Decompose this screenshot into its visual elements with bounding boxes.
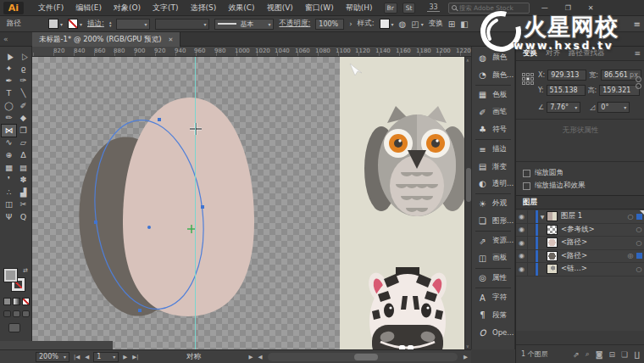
lock-column[interactable]	[527, 224, 536, 237]
next-artboard-icon[interactable]: ▶	[122, 354, 128, 360]
close-button[interactable]: ✕	[583, 4, 599, 12]
scroll-up-icon[interactable]: ∧	[466, 58, 469, 63]
align-objects-icon[interactable]: ◧	[460, 20, 468, 29]
visibility-eye-icon[interactable]: ◉	[516, 213, 527, 221]
opacity-field[interactable]: 100%	[315, 19, 344, 30]
dock-item-brushes[interactable]: ✐画笔	[472, 103, 514, 120]
none-button[interactable]	[22, 298, 30, 305]
recolor-artwork-icon[interactable]: ◍	[399, 20, 407, 29]
dock-item-opentype[interactable]: OOpe...	[472, 324, 514, 341]
dock-item-properties[interactable]: ◎属性	[472, 270, 514, 287]
menu-object[interactable]: 对象(O)	[108, 3, 147, 14]
layer-row[interactable]: ◉ <参考线> ○	[516, 224, 644, 237]
tab-pathfinder[interactable]: 路径查找器	[569, 48, 605, 59]
type-tool[interactable]: T	[2, 87, 16, 99]
menu-window[interactable]: 窗口(W)	[299, 3, 340, 14]
visibility-eye-icon[interactable]: ◉	[516, 226, 527, 233]
tab-close-icon[interactable]: ✕	[169, 36, 174, 43]
color-button[interactable]	[3, 298, 11, 305]
chevron-down-icon[interactable]: ▾	[624, 104, 626, 110]
visibility-eye-icon[interactable]: ◉	[516, 252, 527, 260]
layer-row[interactable]: ◉ <路径> ◎	[516, 250, 644, 264]
height-field[interactable]: 159.321	[599, 85, 640, 96]
scroll-down-icon[interactable]: ∨	[466, 343, 469, 349]
dock-item-gradient[interactable]: ▤渐变	[472, 158, 514, 175]
pencil-tool[interactable]: ✏	[2, 112, 16, 124]
dock-item-asset-export[interactable]: ⇗资源...	[472, 232, 514, 249]
prev-artboard-icon[interactable]: ◀	[84, 354, 90, 360]
layer-row[interactable]: ◉ <路径> ○	[516, 237, 644, 250]
style-dropdown[interactable]: ▾	[380, 19, 394, 29]
width-tool[interactable]: ∿	[2, 137, 16, 148]
shape-builder-tool[interactable]: ⊕	[2, 149, 16, 161]
dock-item-character[interactable]: A字符	[472, 289, 514, 306]
dock-item-artboards[interactable]: ◫画板	[472, 249, 514, 266]
stroke-none-swatch[interactable]	[68, 19, 78, 29]
lasso-tool[interactable]: ϱ	[16, 63, 31, 75]
tab-align[interactable]: 对齐	[546, 48, 560, 59]
bridge-button[interactable]: Br	[384, 3, 397, 14]
dock-item-color-guide[interactable]: ◔颜色...	[472, 66, 514, 83]
menu-select[interactable]: 选择(S)	[185, 3, 223, 14]
menu-effect[interactable]: 效果(C)	[222, 3, 260, 14]
layer-name[interactable]: <链...>	[561, 264, 633, 274]
paintbrush-tool[interactable]: ✐	[16, 100, 31, 112]
dock-item-swatches[interactable]: ▦色板	[472, 87, 514, 103]
stroke-weight-label[interactable]: 描边:	[87, 19, 104, 29]
y-field[interactable]: 515.138	[547, 85, 586, 96]
menu-file[interactable]: 文件(F)	[32, 3, 69, 14]
workspace-switcher[interactable]: 33	[427, 3, 439, 12]
opacity-label[interactable]: 不透明度:	[279, 19, 310, 29]
opacity-more-icon[interactable]: ›	[349, 20, 352, 28]
scroll-left-icon[interactable]: ◀	[257, 354, 263, 360]
lock-column[interactable]	[527, 237, 536, 249]
tab-layers[interactable]: 图层	[523, 198, 537, 208]
expand-chevron-icon[interactable]: ▼	[538, 214, 547, 220]
lock-column[interactable]	[527, 263, 536, 276]
menu-help[interactable]: 帮助(H)	[340, 3, 379, 14]
vertical-scrollbar[interactable]: ∧ ∨	[464, 57, 471, 349]
screen-mode-button[interactable]	[8, 323, 20, 332]
stroke-weight-stepper[interactable]: ▴ ▾	[109, 20, 112, 27]
align-artboard-icon[interactable]: ⊞	[448, 20, 455, 29]
width-profile-dropdown[interactable]: ▾	[155, 19, 209, 30]
blend-tool[interactable]: ✽	[16, 174, 31, 186]
free-transform-tool[interactable]: ▱	[16, 137, 31, 148]
tab-transform[interactable]: 变换	[523, 48, 537, 59]
ellipse-tool[interactable]: ◯	[2, 100, 16, 112]
stock-search[interactable]	[448, 3, 530, 14]
dock-item-appearance[interactable]: ☀外观	[472, 195, 514, 212]
locate-object-icon[interactable]: ⌕	[586, 349, 590, 359]
stepper-down-icon[interactable]: ▾	[109, 24, 112, 27]
layer-thumbnail[interactable]	[547, 264, 558, 274]
bounds-dropdown[interactable]: ◰ ▾	[411, 20, 423, 29]
draw-behind-button[interactable]	[13, 310, 20, 317]
visibility-eye-icon[interactable]: ◉	[516, 239, 527, 247]
layer-row[interactable]: ◉ ▼ 图层 1 ○	[516, 210, 644, 224]
body-shape[interactable]	[123, 98, 254, 316]
brush-definition-dropdown[interactable]: 基本 ▾	[214, 19, 274, 30]
layer-thumbnail[interactable]	[547, 225, 558, 235]
layer-thumbnail[interactable]	[547, 251, 558, 261]
x-field[interactable]: 929.313	[547, 70, 586, 81]
dock-item-graphic-styles[interactable]: ❏图形...	[472, 213, 514, 230]
style-swatch[interactable]	[380, 19, 390, 29]
layer-name[interactable]: <路径>	[561, 237, 633, 248]
layer-name[interactable]: 图层 1	[561, 211, 625, 221]
chevron-down-icon[interactable]: ▾	[575, 104, 577, 110]
horizontal-scroll-thumb[interactable]	[354, 354, 378, 360]
target-icon[interactable]: ○	[633, 265, 644, 273]
layer-name[interactable]: <参考线>	[561, 225, 633, 235]
gradient-tool[interactable]: ▤	[16, 162, 31, 174]
perspective-grid-tool[interactable]: Δ	[16, 149, 31, 161]
magic-wand-tool[interactable]: ✦	[2, 63, 16, 75]
minimize-button[interactable]: —	[536, 4, 553, 12]
center-point[interactable]	[147, 226, 151, 229]
vertical-scroll-thumb[interactable]	[466, 168, 471, 202]
zoom-level-dropdown[interactable]: 200% ▾	[36, 352, 69, 362]
hand-tool[interactable]: Ψ	[2, 211, 16, 223]
artboard-tool[interactable]: ◫	[2, 198, 16, 210]
eyedropper-tool[interactable]: ❜	[2, 174, 16, 186]
dock-item-color[interactable]: ◍颜色	[472, 49, 514, 66]
draw-inside-button[interactable]	[22, 310, 30, 317]
